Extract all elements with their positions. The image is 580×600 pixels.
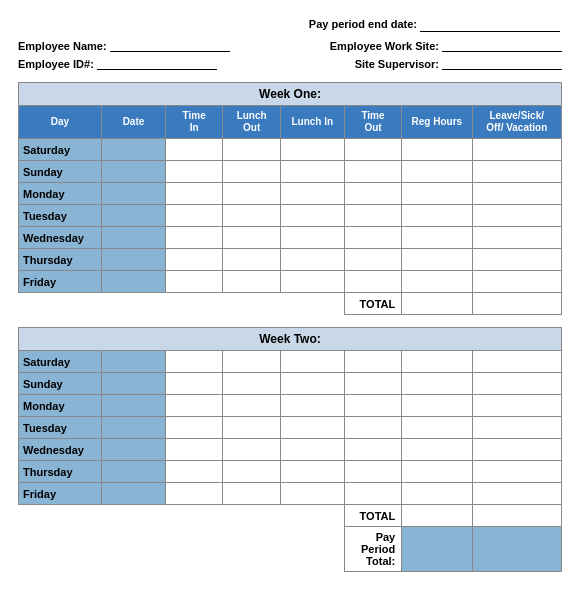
lunchout-saturday-1[interactable]	[223, 139, 280, 161]
reghours-tuesday-2[interactable]	[402, 417, 472, 439]
lunchin-thursday-1[interactable]	[280, 249, 344, 271]
lunchout-sunday-1[interactable]	[223, 161, 280, 183]
leave-wednesday-2[interactable]	[472, 439, 562, 461]
lunchout-friday-1[interactable]	[223, 271, 280, 293]
lunchout-thursday-2[interactable]	[223, 461, 280, 483]
timeout-monday-2[interactable]	[344, 395, 401, 417]
site-supervisor-field[interactable]	[442, 56, 562, 70]
timeout-wednesday-2[interactable]	[344, 439, 401, 461]
week-two-total-reghours[interactable]	[402, 505, 472, 527]
date-wednesday-2[interactable]	[102, 439, 166, 461]
timeout-tuesday-1[interactable]	[344, 205, 401, 227]
lunchin-thursday-2[interactable]	[280, 461, 344, 483]
leave-thursday-2[interactable]	[472, 461, 562, 483]
lunchout-tuesday-2[interactable]	[223, 417, 280, 439]
pay-period-total-reghours[interactable]	[402, 527, 472, 572]
lunchout-tuesday-1[interactable]	[223, 205, 280, 227]
leave-sunday-1[interactable]	[472, 161, 562, 183]
lunchin-monday-2[interactable]	[280, 395, 344, 417]
date-friday-2[interactable]	[102, 483, 166, 505]
date-tuesday-2[interactable]	[102, 417, 166, 439]
date-tuesday-1[interactable]	[102, 205, 166, 227]
timein-tuesday-1[interactable]	[165, 205, 222, 227]
lunchin-saturday-2[interactable]	[280, 351, 344, 373]
date-wednesday-1[interactable]	[102, 227, 166, 249]
timein-sunday-2[interactable]	[165, 373, 222, 395]
timein-wednesday-2[interactable]	[165, 439, 222, 461]
employee-id-field[interactable]	[97, 56, 217, 70]
timein-friday-2[interactable]	[165, 483, 222, 505]
leave-monday-1[interactable]	[472, 183, 562, 205]
employee-name-field[interactable]	[110, 38, 230, 52]
timein-wednesday-1[interactable]	[165, 227, 222, 249]
timeout-thursday-1[interactable]	[344, 249, 401, 271]
lunchout-wednesday-1[interactable]	[223, 227, 280, 249]
lunchin-friday-2[interactable]	[280, 483, 344, 505]
date-sunday-2[interactable]	[102, 373, 166, 395]
leave-tuesday-1[interactable]	[472, 205, 562, 227]
leave-wednesday-1[interactable]	[472, 227, 562, 249]
reghours-thursday-1[interactable]	[402, 249, 472, 271]
lunchout-monday-2[interactable]	[223, 395, 280, 417]
date-saturday-2[interactable]	[102, 351, 166, 373]
lunchout-sunday-2[interactable]	[223, 373, 280, 395]
reghours-wednesday-1[interactable]	[402, 227, 472, 249]
lunchin-wednesday-2[interactable]	[280, 439, 344, 461]
leave-monday-2[interactable]	[472, 395, 562, 417]
leave-sunday-2[interactable]	[472, 373, 562, 395]
reghours-tuesday-1[interactable]	[402, 205, 472, 227]
timeout-tuesday-2[interactable]	[344, 417, 401, 439]
timeout-saturday-2[interactable]	[344, 351, 401, 373]
timeout-friday-1[interactable]	[344, 271, 401, 293]
date-monday-2[interactable]	[102, 395, 166, 417]
leave-saturday-2[interactable]	[472, 351, 562, 373]
timein-thursday-2[interactable]	[165, 461, 222, 483]
timein-sunday-1[interactable]	[165, 161, 222, 183]
timein-saturday-2[interactable]	[165, 351, 222, 373]
timein-tuesday-2[interactable]	[165, 417, 222, 439]
leave-friday-2[interactable]	[472, 483, 562, 505]
reghours-friday-2[interactable]	[402, 483, 472, 505]
pay-period-total-leave[interactable]	[472, 527, 562, 572]
date-thursday-2[interactable]	[102, 461, 166, 483]
lunchin-sunday-2[interactable]	[280, 373, 344, 395]
pay-period-field[interactable]	[420, 18, 560, 32]
date-saturday-1[interactable]	[102, 139, 166, 161]
timein-friday-1[interactable]	[165, 271, 222, 293]
reghours-saturday-1[interactable]	[402, 139, 472, 161]
lunchin-friday-1[interactable]	[280, 271, 344, 293]
date-thursday-1[interactable]	[102, 249, 166, 271]
leave-saturday-1[interactable]	[472, 139, 562, 161]
timeout-sunday-1[interactable]	[344, 161, 401, 183]
lunchin-monday-1[interactable]	[280, 183, 344, 205]
lunchin-tuesday-2[interactable]	[280, 417, 344, 439]
lunchin-sunday-1[interactable]	[280, 161, 344, 183]
reghours-friday-1[interactable]	[402, 271, 472, 293]
timein-thursday-1[interactable]	[165, 249, 222, 271]
reghours-monday-1[interactable]	[402, 183, 472, 205]
leave-thursday-1[interactable]	[472, 249, 562, 271]
lunchout-saturday-2[interactable]	[223, 351, 280, 373]
timein-monday-1[interactable]	[165, 183, 222, 205]
reghours-saturday-2[interactable]	[402, 351, 472, 373]
lunchout-thursday-1[interactable]	[223, 249, 280, 271]
date-monday-1[interactable]	[102, 183, 166, 205]
lunchin-saturday-1[interactable]	[280, 139, 344, 161]
date-sunday-1[interactable]	[102, 161, 166, 183]
timeout-friday-2[interactable]	[344, 483, 401, 505]
timeout-wednesday-1[interactable]	[344, 227, 401, 249]
leave-friday-1[interactable]	[472, 271, 562, 293]
week-one-total-reghours[interactable]	[402, 293, 472, 315]
date-friday-1[interactable]	[102, 271, 166, 293]
timeout-sunday-2[interactable]	[344, 373, 401, 395]
reghours-sunday-2[interactable]	[402, 373, 472, 395]
lunchin-tuesday-1[interactable]	[280, 205, 344, 227]
lunchout-monday-1[interactable]	[223, 183, 280, 205]
timeout-thursday-2[interactable]	[344, 461, 401, 483]
timein-saturday-1[interactable]	[165, 139, 222, 161]
timeout-monday-1[interactable]	[344, 183, 401, 205]
lunchout-wednesday-2[interactable]	[223, 439, 280, 461]
reghours-thursday-2[interactable]	[402, 461, 472, 483]
reghours-sunday-1[interactable]	[402, 161, 472, 183]
week-one-total-leave[interactable]	[472, 293, 562, 315]
